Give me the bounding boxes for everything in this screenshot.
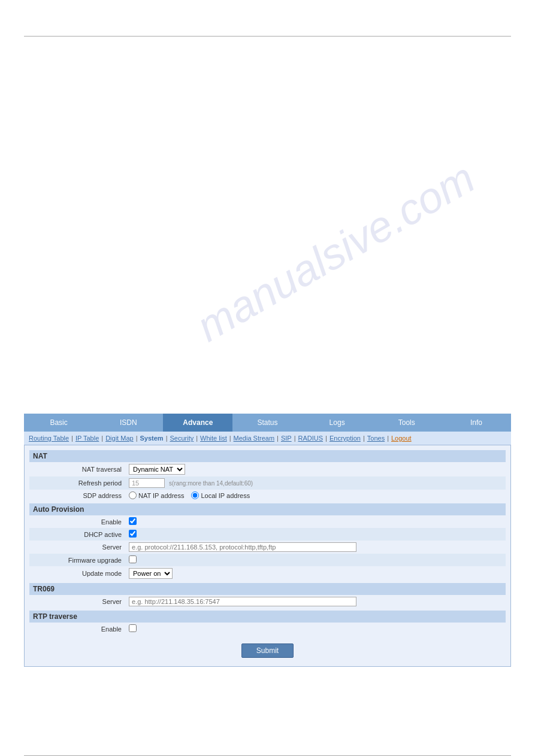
nat-section-header: NAT [29,450,506,462]
sdp-nat-label: NAT IP address [138,492,184,499]
tab-isdn[interactable]: ISDN [93,414,163,432]
rtp-table: Enable [29,623,506,635]
refresh-period-label: Refresh period [29,476,125,490]
nav-routing-table[interactable]: Routing Table [29,435,69,442]
rtp-enable-label: Enable [29,623,125,635]
nat-table: NAT traversal Dynamic NAT Refresh period… [29,462,506,501]
refresh-hint: s(rang:more than 14,default:60) [169,480,253,487]
sdp-nat-ip-option[interactable]: NAT IP address [129,491,184,499]
ap-server-label: Server [29,541,125,554]
firmware-upgrade-label: Firmware upgrade [29,554,125,566]
tab-logs[interactable]: Logs [303,414,372,432]
nav-digit-map[interactable]: Digit Map [105,435,133,442]
sdp-nat-radio[interactable] [129,491,137,499]
update-mode-label: Update mode [29,566,125,581]
nav-links: Routing Table | IP Table | Digit Map | S… [24,432,511,445]
tab-basic[interactable]: Basic [24,414,93,432]
tab-bar: Basic ISDN Advance Status Logs Tools Inf… [24,414,511,432]
page-wrapper: manualsive.com Basic ISDN Advance Status… [0,0,535,756]
tr069-table: Server [29,595,506,608]
sdp-local-label: Local IP address [201,492,250,499]
tab-advance[interactable]: Advance [163,414,232,432]
tab-status[interactable]: Status [232,414,302,432]
tr069-server-label: Server [29,595,125,608]
tab-info[interactable]: Info [442,414,511,432]
form-container: NAT NAT traversal Dynamic NAT Refresh pe… [24,445,511,667]
refresh-period-input[interactable] [129,478,165,488]
rtp-section-header: RTP traverse [29,611,506,623]
ap-enable-label: Enable [29,515,125,528]
sdp-local-ip-option[interactable]: Local IP address [191,491,250,499]
tr069-server-input[interactable] [129,597,356,606]
nav-white-list[interactable]: White list [200,435,227,442]
tr069-section-header: TR069 [29,583,506,595]
logout-link[interactable]: Logout [391,435,412,442]
nav-media-stream[interactable]: Media Stream [234,435,274,442]
sdp-local-radio[interactable] [191,491,199,499]
dhcp-active-label: DHCP active [29,528,125,541]
nat-traversal-select[interactable]: Dynamic NAT [129,464,185,475]
rtp-enable-checkbox[interactable] [129,624,137,632]
sdp-radio-group: NAT IP address Local IP address [129,491,502,499]
nav-security[interactable]: Security [170,435,194,442]
main-content: Basic ISDN Advance Status Logs Tools Inf… [24,414,511,667]
submit-button[interactable]: Submit [241,643,294,658]
submit-row: Submit [29,640,506,661]
firmware-upgrade-checkbox[interactable] [129,555,137,563]
tab-tools[interactable]: Tools [372,414,442,432]
nav-system[interactable]: System [140,435,163,442]
auto-provision-header: Auto Provision [29,503,506,515]
dhcp-active-checkbox[interactable] [129,530,137,538]
nav-encryption[interactable]: Encryption [330,435,361,442]
auto-provision-table: Enable DHCP active Server [29,515,506,581]
nav-radius[interactable]: RADIUS [298,435,324,442]
content-area: Basic ISDN Advance Status Logs Tools Inf… [0,37,535,743]
update-mode-select[interactable]: Power on [129,568,173,579]
ap-enable-checkbox[interactable] [129,517,137,525]
sdp-address-label: SDP address [29,490,125,501]
nav-sip[interactable]: SIP [281,435,292,442]
nav-tones[interactable]: Tones [367,435,385,442]
nav-ip-table[interactable]: IP Table [75,435,99,442]
nat-traversal-label: NAT traversal [29,462,125,476]
ap-server-input[interactable] [129,542,356,552]
